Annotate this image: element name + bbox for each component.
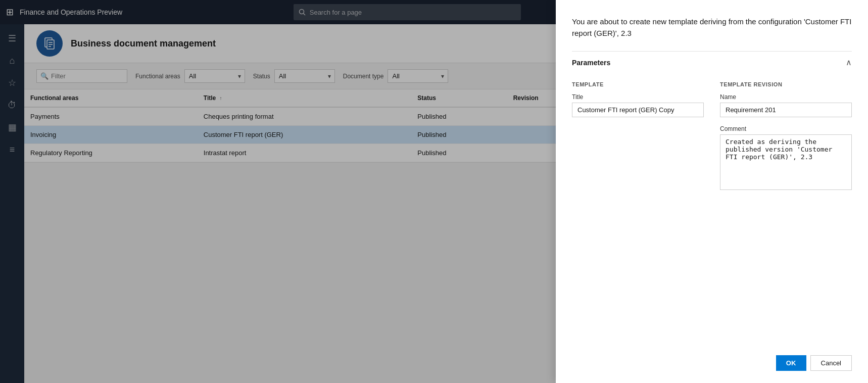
form-columns: TEMPLATE Title TEMPLATE REVISION Name Co… — [572, 81, 852, 200]
parameters-section: Parameters ∧ TEMPLATE Title TEMPLATE REV… — [572, 51, 852, 200]
title-field-label: Title — [572, 93, 704, 101]
comment-textarea[interactable] — [720, 134, 852, 190]
name-field: Name — [720, 93, 852, 117]
template-revision-column: TEMPLATE REVISION Name Comment — [720, 81, 852, 200]
title-field: Title — [572, 93, 704, 117]
template-section-label: TEMPLATE — [572, 81, 704, 87]
dialog-intro-text: You are about to create new template der… — [572, 16, 852, 39]
title-input[interactable] — [572, 103, 704, 117]
dialog-footer: OK Cancel — [572, 347, 852, 371]
ok-button[interactable]: OK — [776, 355, 806, 371]
template-revision-section-label: TEMPLATE REVISION — [720, 81, 852, 87]
parameters-title: Parameters — [572, 59, 610, 67]
name-field-label: Name — [720, 93, 852, 101]
template-column: TEMPLATE Title — [572, 81, 704, 200]
comment-field-label: Comment — [720, 125, 852, 132]
create-template-dialog: You are about to create new template der… — [556, 0, 868, 383]
parameters-header: Parameters ∧ — [572, 51, 852, 73]
collapse-parameters-icon[interactable]: ∧ — [846, 58, 852, 67]
comment-field: Comment — [720, 125, 852, 192]
name-input[interactable] — [720, 103, 852, 117]
cancel-button[interactable]: Cancel — [810, 355, 852, 371]
